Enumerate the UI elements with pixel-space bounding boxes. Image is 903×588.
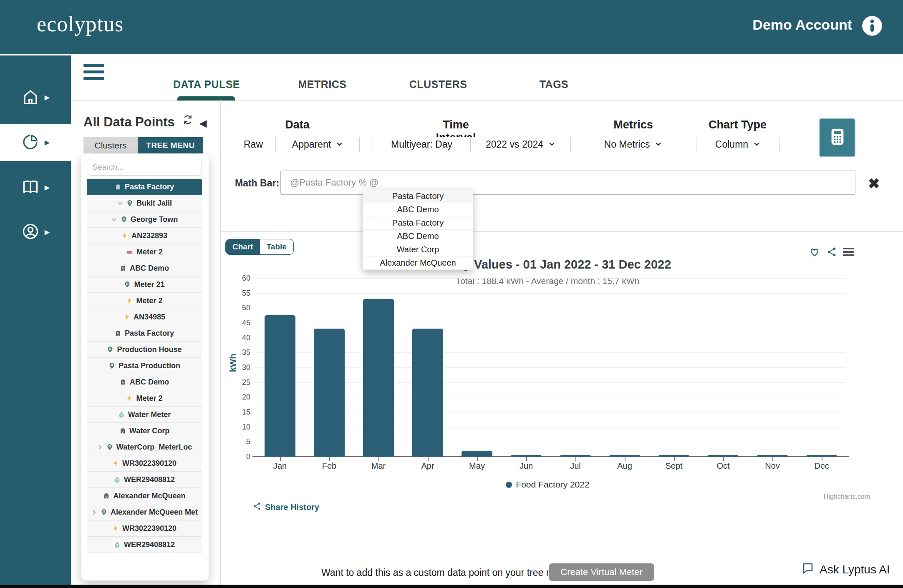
y-axis-label: 55 [232,289,250,298]
share-icon [252,502,262,513]
y-axis-label: 5 [232,437,250,446]
bar[interactable] [609,455,640,457]
bar[interactable] [658,455,689,457]
chart-plot-area: 051015202530354045505560JanFebMarAprMayJ… [0,0,903,588]
chat-icon [801,561,815,578]
y-axis-label: 50 [232,304,250,312]
gridline [255,278,846,279]
x-axis-label: Nov [754,461,791,471]
x-axis-tick [723,457,724,461]
math-suggestion-item[interactable]: Water Corp [363,243,473,256]
x-axis-tick [280,457,281,461]
x-axis-label: Feb [310,461,348,471]
x-axis-tick [329,457,330,461]
y-axis-label: 40 [232,334,250,342]
x-axis-label: Jan [261,461,299,471]
screen-bottom-edge [0,585,903,588]
share-history-link[interactable]: Share History [252,502,319,513]
x-axis-tick [772,457,773,461]
create-virtual-meter-button[interactable]: Create Virtual Meter [549,563,654,581]
bar[interactable] [412,329,443,457]
legend-marker [506,482,512,488]
math-suggestion-item[interactable]: Pasta Factory [363,190,473,203]
y-axis-label: 15 [232,408,250,417]
y-axis-title: kWh [228,354,238,372]
math-suggestion-item[interactable]: ABC Demo [363,203,473,216]
y-axis-label: 0 [232,452,250,461]
legend-label: Food Factory 2022 [516,480,589,490]
y-axis-label: 10 [232,423,250,432]
gridline [255,308,846,308]
x-axis-label: Aug [606,461,643,471]
x-axis-label: Dec [803,461,840,471]
bar[interactable] [511,455,542,457]
bar[interactable] [757,455,788,457]
virtual-meter-prompt: Want to add this as a custom data point … [321,567,575,578]
x-axis-tick [625,457,626,461]
gridline [255,323,846,323]
x-axis-label: Apr [409,461,446,471]
x-axis-label: Sept [655,461,693,471]
bar[interactable] [806,455,837,457]
x-axis-label: Jun [507,461,545,471]
highcharts-credit[interactable]: Highcharts.com [795,493,870,500]
gridline [255,293,846,294]
bar[interactable] [265,315,295,457]
x-axis-label: Oct [704,461,742,471]
x-axis-tick [822,457,822,461]
y-axis-label: 25 [232,378,250,387]
x-axis-tick [428,457,429,461]
bar[interactable] [363,299,394,457]
bar[interactable] [560,455,591,457]
y-axis-label: 45 [232,319,250,327]
x-axis-tick [378,457,379,461]
bar[interactable] [708,455,739,457]
math-suggestion-item[interactable]: Pasta Factory [363,216,473,230]
x-axis-tick [674,457,675,461]
x-axis-label: Jul [557,461,594,471]
x-axis-label: May [458,461,496,471]
math-suggestion-item[interactable]: ABC Demo [363,230,473,243]
x-axis-tick [575,457,576,461]
x-axis-tick [526,457,527,461]
math-bar-suggestions: Pasta FactoryABC DemoPasta FactoryABC De… [363,190,473,270]
math-suggestion-item[interactable]: Alexander McQueen [363,256,473,270]
x-axis-label: Mar [360,461,397,471]
chart-legend[interactable]: Food Factory 2022 [225,480,870,490]
bar[interactable] [314,329,345,457]
ask-lyptus-ai-button[interactable]: Ask Lyptus AI [801,561,890,578]
bar[interactable] [462,451,492,457]
x-axis-tick [477,457,478,461]
app-window: ecolyptus Demo Account ▶ ▶ ▶ ▶ DATA PULS… [0,0,903,588]
y-axis-label: 60 [232,274,250,283]
y-axis-label: 20 [232,393,250,402]
